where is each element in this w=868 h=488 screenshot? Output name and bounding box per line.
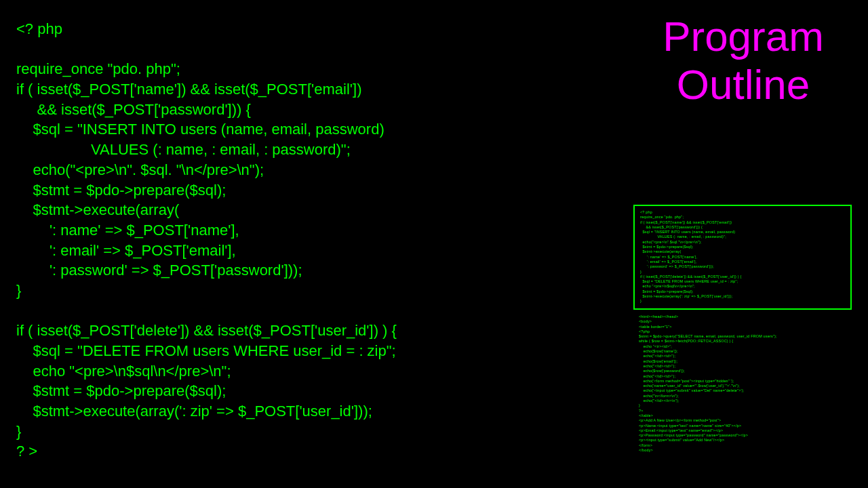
slide-title: Program Outline bbox=[635, 12, 852, 109]
main-code-block: <? php require_once "pdo. php"; if ( iss… bbox=[16, 19, 397, 462]
mini-code-box-bottom: <html><head></head> <body> <table border… bbox=[633, 312, 852, 455]
mini-code-box-top: <? php require_once "pdo. php"; if ( iss… bbox=[633, 205, 852, 310]
